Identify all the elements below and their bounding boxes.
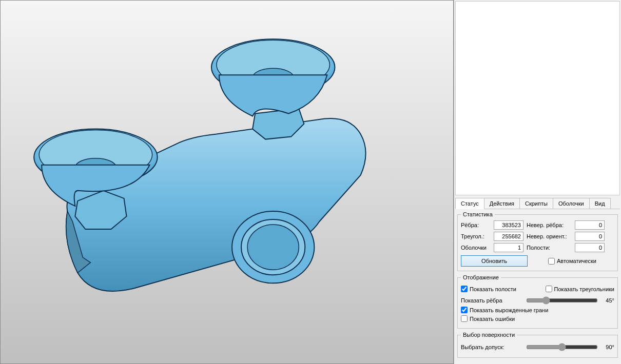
shells-label: Оболочки — [461, 245, 491, 251]
surface-select-group: Выбор поверхности Выбрать допуск: 90° — [457, 332, 618, 358]
show-cavities-label: Показать полости — [470, 286, 516, 292]
bad-orient-label: Невер. ориент.: — [527, 233, 572, 239]
tab-status[interactable]: Статус — [455, 198, 484, 209]
tab-scripts[interactable]: Скрипты — [519, 198, 553, 209]
tab-view[interactable]: Вид — [589, 198, 611, 209]
show-edges-slider[interactable] — [526, 296, 598, 305]
show-triangles-label: Показать треугольники — [554, 286, 614, 292]
cavities-label: Полости: — [527, 245, 572, 251]
update-button[interactable]: Обновить — [461, 255, 528, 267]
auto-checkbox-wrap[interactable]: Автоматически — [548, 258, 596, 265]
surface-select-legend: Выбор поверхности — [461, 332, 517, 338]
show-triangles-wrap[interactable]: Показать треугольники — [546, 286, 614, 292]
status-panel: Статистика Рёбра: Невер. рёбра: Треугол.… — [454, 209, 621, 364]
display-legend: Отображение — [461, 274, 501, 280]
statistics-legend: Статистика — [461, 211, 495, 217]
tolerance-value: 90° — [602, 344, 614, 350]
show-degenerate-wrap[interactable]: Показать вырожденные грани — [461, 307, 614, 313]
show-errors-wrap[interactable]: Показать ошибки — [461, 315, 614, 322]
triangles-label: Треугол.: — [461, 233, 491, 239]
show-cavities-wrap[interactable]: Показать полости — [461, 286, 516, 292]
show-cavities-checkbox[interactable] — [461, 286, 468, 292]
viewport-3d[interactable] — [0, 0, 454, 364]
triangles-value — [494, 232, 523, 241]
auto-label: Автоматически — [557, 258, 596, 264]
display-group: Отображение Показать полости Показать тр… — [457, 274, 618, 329]
tolerance-label: Выбрать допуск: — [461, 344, 522, 350]
preview-area — [455, 1, 620, 195]
show-degenerate-label: Показать вырожденные грани — [470, 307, 548, 313]
bad-edges-value — [575, 220, 605, 230]
tolerance-slider[interactable] — [526, 343, 598, 351]
tab-actions[interactable]: Действия — [484, 198, 520, 209]
show-edges-value: 45° — [602, 297, 614, 304]
show-degenerate-checkbox[interactable] — [461, 307, 468, 313]
shells-value — [494, 243, 523, 252]
statistics-group: Статистика Рёбра: Невер. рёбра: Треугол.… — [457, 211, 618, 271]
tab-shells[interactable]: Оболочки — [553, 198, 590, 209]
show-errors-checkbox[interactable] — [461, 315, 468, 322]
show-errors-label: Показать ошибки — [470, 316, 515, 322]
show-triangles-checkbox[interactable] — [546, 286, 552, 292]
edges-label: Рёбра: — [461, 222, 491, 228]
bad-orient-value — [575, 232, 605, 241]
bad-edges-label: Невер. рёбра: — [527, 222, 572, 228]
right-panel: Статус Действия Скрипты Оболочки Вид Ста… — [454, 0, 621, 364]
edges-value — [494, 220, 523, 230]
show-edges-label: Показать рёбра — [461, 297, 522, 304]
tab-bar: Статус Действия Скрипты Оболочки Вид — [455, 197, 620, 209]
model-render — [1, 1, 453, 364]
auto-checkbox[interactable] — [548, 258, 555, 265]
cavities-value — [575, 243, 605, 252]
svg-point-2 — [247, 225, 299, 270]
